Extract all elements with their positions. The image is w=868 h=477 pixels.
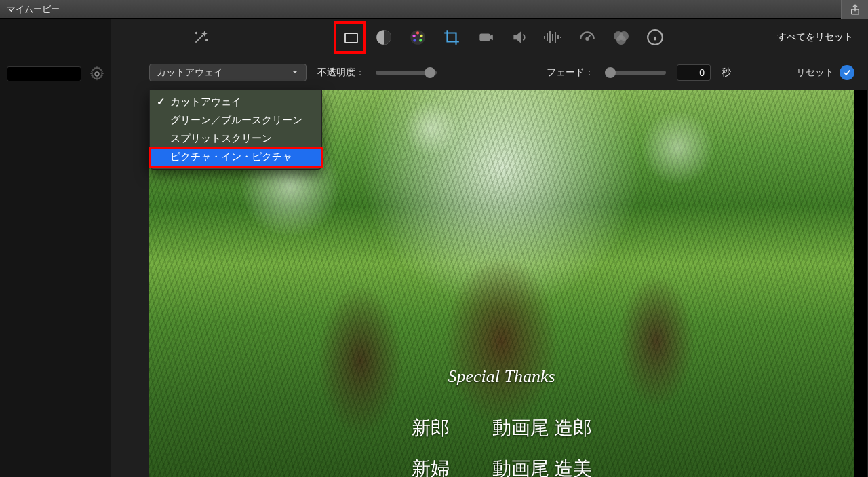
fade-value[interactable]: 0	[677, 64, 711, 81]
svg-rect-16	[552, 34, 553, 41]
svg-point-10	[414, 39, 416, 41]
info-icon[interactable]	[643, 25, 667, 50]
reset-button[interactable]: リセット	[796, 65, 854, 80]
svg-point-7	[416, 31, 419, 34]
stabilization-icon[interactable]	[473, 25, 498, 50]
left-panel	[0, 19, 111, 477]
menu-item-picture-in-picture[interactable]: ピクチャ・イン・ピクチャ	[150, 148, 321, 166]
fade-label: フェード：	[547, 66, 594, 79]
color-correction-icon[interactable]	[406, 25, 430, 50]
opacity-label: 不透明度：	[317, 66, 365, 79]
overlay-credit-row-1: 新郎 動画尾 造郎	[149, 415, 854, 441]
chevron-down-icon	[291, 67, 299, 78]
inspector-toolbar: すべてをリセット	[111, 19, 868, 56]
reset-label: リセット	[796, 66, 834, 79]
reset-all-button[interactable]: すべてをリセット	[777, 31, 853, 43]
overlay-credit-row-2: 新婦 動画尾 造美	[149, 456, 854, 477]
color-balance-icon[interactable]	[372, 25, 396, 50]
svg-point-2	[196, 33, 197, 34]
magic-wand-icon[interactable]	[189, 25, 213, 50]
svg-rect-18	[557, 35, 559, 39]
window-title: マイムービー	[7, 3, 60, 16]
overlay-adjust-row: カットアウェイ 不透明度： フェード： 0 秒 リセット	[111, 56, 868, 90]
fade-unit: 秒	[722, 66, 731, 79]
menu-item-cutaway[interactable]: カットアウェイ	[150, 93, 321, 111]
svg-point-8	[420, 35, 422, 37]
svg-rect-13	[544, 36, 545, 39]
svg-rect-15	[549, 31, 551, 43]
menu-item-split-screen[interactable]: スプリットスクリーン	[150, 130, 321, 148]
volume-icon[interactable]	[507, 25, 532, 50]
svg-point-3	[206, 39, 208, 41]
crop-icon[interactable]	[439, 25, 464, 50]
speed-icon[interactable]	[575, 25, 599, 50]
overlay-mode-selected: カットアウェイ	[157, 66, 223, 79]
gear-icon[interactable]	[87, 64, 107, 84]
svg-point-23	[616, 35, 626, 45]
clip-thumbnail[interactable]	[7, 66, 81, 81]
clip-filter-icon[interactable]	[609, 25, 633, 50]
svg-rect-12	[479, 34, 490, 41]
svg-rect-19	[560, 37, 561, 38]
svg-point-9	[419, 39, 422, 41]
overlay-mode-menu[interactable]: カットアウェイ グリーン／ブルースクリーン スプリットスクリーン ピクチャ・イン…	[149, 90, 322, 170]
overlay-mode-dropdown[interactable]: カットアウェイ	[149, 64, 307, 81]
svg-rect-14	[547, 33, 548, 41]
svg-rect-4	[345, 33, 357, 43]
overlay-settings-icon[interactable]	[338, 25, 362, 50]
menu-item-green-blue-screen[interactable]: グリーン／ブルースクリーン	[150, 111, 321, 130]
svg-point-11	[412, 35, 415, 37]
check-icon	[840, 65, 854, 80]
svg-point-20	[586, 38, 588, 40]
opacity-slider[interactable]	[376, 71, 437, 75]
svg-rect-17	[555, 32, 556, 43]
overlay-special-thanks: Special Thanks	[149, 366, 854, 387]
fade-slider[interactable]	[605, 71, 666, 75]
noise-reduction-icon[interactable]	[541, 25, 566, 50]
share-button[interactable]	[841, 0, 868, 19]
svg-point-1	[95, 72, 99, 76]
